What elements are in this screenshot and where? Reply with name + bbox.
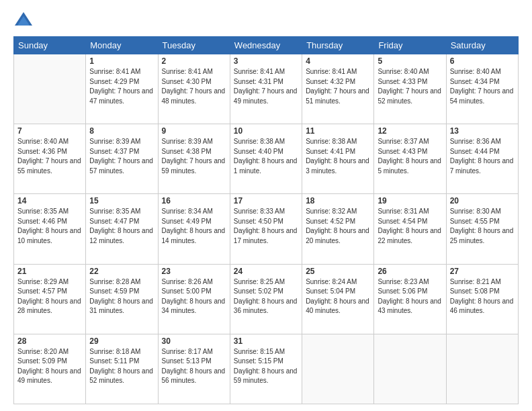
calendar-cell: 21Sunrise: 8:29 AM Sunset: 4:57 PM Dayli…: [14, 264, 86, 334]
calendar-cell: 9Sunrise: 8:39 AM Sunset: 4:38 PM Daylig…: [158, 124, 230, 194]
calendar-cell: 26Sunrise: 8:23 AM Sunset: 5:06 PM Dayli…: [374, 264, 446, 334]
day-info: Sunrise: 8:40 AM Sunset: 4:34 PM Dayligh…: [450, 67, 515, 106]
calendar-cell: 27Sunrise: 8:21 AM Sunset: 5:08 PM Dayli…: [446, 264, 518, 334]
calendar-cell: 8Sunrise: 8:39 AM Sunset: 4:37 PM Daylig…: [86, 124, 158, 194]
day-number: 20: [450, 196, 515, 205]
logo-icon: [13, 11, 34, 31]
day-info: Sunrise: 8:34 AM Sunset: 4:49 PM Dayligh…: [162, 207, 226, 246]
day-number: 21: [17, 267, 82, 276]
day-number: 13: [450, 126, 515, 136]
day-number: 25: [306, 267, 370, 276]
day-number: 19: [378, 196, 442, 205]
day-info: Sunrise: 8:40 AM Sunset: 4:33 PM Dayligh…: [378, 67, 442, 106]
day-info: Sunrise: 8:29 AM Sunset: 4:57 PM Dayligh…: [17, 277, 82, 316]
calendar-cell: 24Sunrise: 8:25 AM Sunset: 5:02 PM Dayli…: [230, 264, 302, 334]
day-number: 22: [89, 267, 154, 276]
day-number: 24: [234, 267, 298, 276]
calendar-week-row: 7Sunrise: 8:40 AM Sunset: 4:36 PM Daylig…: [14, 124, 519, 194]
day-number: 8: [89, 126, 154, 136]
header: [13, 11, 519, 31]
calendar-cell: 31Sunrise: 8:15 AM Sunset: 5:15 PM Dayli…: [230, 334, 302, 404]
day-info: Sunrise: 8:20 AM Sunset: 5:09 PM Dayligh…: [17, 347, 82, 386]
calendar-cell: 5Sunrise: 8:40 AM Sunset: 4:33 PM Daylig…: [374, 54, 446, 124]
weekday-header-cell: Tuesday: [158, 37, 230, 54]
day-number: 4: [306, 56, 370, 66]
day-number: 17: [234, 196, 298, 205]
page: SundayMondayTuesdayWednesdayThursdayFrid…: [0, 0, 532, 411]
weekday-header-cell: Sunday: [14, 37, 86, 54]
day-info: Sunrise: 8:41 AM Sunset: 4:31 PM Dayligh…: [234, 67, 298, 106]
day-info: Sunrise: 8:28 AM Sunset: 4:59 PM Dayligh…: [89, 277, 154, 316]
weekday-header: SundayMondayTuesdayWednesdayThursdayFrid…: [14, 37, 519, 54]
day-info: Sunrise: 8:21 AM Sunset: 5:08 PM Dayligh…: [450, 277, 515, 316]
calendar-cell: 3Sunrise: 8:41 AM Sunset: 4:31 PM Daylig…: [230, 54, 302, 124]
day-number: 15: [89, 196, 154, 205]
day-info: Sunrise: 8:41 AM Sunset: 4:30 PM Dayligh…: [162, 67, 226, 106]
calendar-cell: 29Sunrise: 8:18 AM Sunset: 5:11 PM Dayli…: [86, 334, 158, 404]
calendar-cell: 6Sunrise: 8:40 AM Sunset: 4:34 PM Daylig…: [446, 54, 518, 124]
day-info: Sunrise: 8:38 AM Sunset: 4:41 PM Dayligh…: [306, 137, 370, 176]
calendar-cell: 20Sunrise: 8:30 AM Sunset: 4:55 PM Dayli…: [446, 194, 518, 264]
calendar-cell: 19Sunrise: 8:31 AM Sunset: 4:54 PM Dayli…: [374, 194, 446, 264]
calendar-cell: 18Sunrise: 8:32 AM Sunset: 4:52 PM Dayli…: [302, 194, 374, 264]
day-info: Sunrise: 8:31 AM Sunset: 4:54 PM Dayligh…: [378, 207, 442, 246]
day-number: 30: [162, 336, 226, 346]
calendar-cell: 28Sunrise: 8:20 AM Sunset: 5:09 PM Dayli…: [14, 334, 86, 404]
day-number: 18: [306, 196, 370, 205]
day-info: Sunrise: 8:18 AM Sunset: 5:11 PM Dayligh…: [89, 347, 154, 386]
day-info: Sunrise: 8:38 AM Sunset: 4:40 PM Dayligh…: [234, 137, 298, 176]
weekday-header-cell: Thursday: [302, 37, 374, 54]
calendar-cell: 22Sunrise: 8:28 AM Sunset: 4:59 PM Dayli…: [86, 264, 158, 334]
day-info: Sunrise: 8:24 AM Sunset: 5:04 PM Dayligh…: [306, 277, 370, 316]
day-number: 26: [378, 267, 442, 276]
calendar-table: SundayMondayTuesdayWednesdayThursdayFrid…: [13, 36, 519, 404]
day-info: Sunrise: 8:17 AM Sunset: 5:13 PM Dayligh…: [162, 347, 226, 386]
day-info: Sunrise: 8:37 AM Sunset: 4:43 PM Dayligh…: [378, 137, 442, 176]
calendar-cell: 23Sunrise: 8:26 AM Sunset: 5:00 PM Dayli…: [158, 264, 230, 334]
calendar-cell: 7Sunrise: 8:40 AM Sunset: 4:36 PM Daylig…: [14, 124, 86, 194]
day-number: 3: [234, 56, 298, 66]
calendar-cell: [446, 334, 518, 404]
day-info: Sunrise: 8:41 AM Sunset: 4:32 PM Dayligh…: [306, 67, 370, 106]
day-info: Sunrise: 8:26 AM Sunset: 5:00 PM Dayligh…: [162, 277, 226, 316]
day-info: Sunrise: 8:41 AM Sunset: 4:29 PM Dayligh…: [89, 67, 154, 106]
day-info: Sunrise: 8:25 AM Sunset: 5:02 PM Dayligh…: [234, 277, 298, 316]
calendar-cell: 13Sunrise: 8:36 AM Sunset: 4:44 PM Dayli…: [446, 124, 518, 194]
calendar-cell: 17Sunrise: 8:33 AM Sunset: 4:50 PM Dayli…: [230, 194, 302, 264]
day-number: 6: [450, 56, 515, 66]
day-info: Sunrise: 8:35 AM Sunset: 4:47 PM Dayligh…: [89, 207, 154, 246]
calendar-cell: 16Sunrise: 8:34 AM Sunset: 4:49 PM Dayli…: [158, 194, 230, 264]
day-number: 9: [162, 126, 226, 136]
day-number: 31: [234, 336, 298, 346]
day-info: Sunrise: 8:36 AM Sunset: 4:44 PM Dayligh…: [450, 137, 515, 176]
weekday-header-cell: Friday: [374, 37, 446, 54]
day-number: 2: [162, 56, 226, 66]
day-info: Sunrise: 8:23 AM Sunset: 5:06 PM Dayligh…: [378, 277, 442, 316]
weekday-header-cell: Saturday: [446, 37, 518, 54]
calendar-cell: [302, 334, 374, 404]
calendar-week-row: 14Sunrise: 8:35 AM Sunset: 4:46 PM Dayli…: [14, 194, 519, 264]
day-number: 28: [17, 336, 82, 346]
calendar-cell: 11Sunrise: 8:38 AM Sunset: 4:41 PM Dayli…: [302, 124, 374, 194]
weekday-header-cell: Monday: [86, 37, 158, 54]
day-number: 11: [306, 126, 370, 136]
calendar-cell: 2Sunrise: 8:41 AM Sunset: 4:30 PM Daylig…: [158, 54, 230, 124]
logo: [13, 11, 36, 31]
calendar-cell: 25Sunrise: 8:24 AM Sunset: 5:04 PM Dayli…: [302, 264, 374, 334]
day-number: 1: [89, 56, 154, 66]
day-info: Sunrise: 8:39 AM Sunset: 4:38 PM Dayligh…: [162, 137, 226, 176]
calendar-cell: [14, 54, 86, 124]
calendar-cell: 10Sunrise: 8:38 AM Sunset: 4:40 PM Dayli…: [230, 124, 302, 194]
day-info: Sunrise: 8:39 AM Sunset: 4:37 PM Dayligh…: [89, 137, 154, 176]
day-info: Sunrise: 8:32 AM Sunset: 4:52 PM Dayligh…: [306, 207, 370, 246]
day-info: Sunrise: 8:15 AM Sunset: 5:15 PM Dayligh…: [234, 347, 298, 386]
day-info: Sunrise: 8:40 AM Sunset: 4:36 PM Dayligh…: [17, 137, 82, 176]
calendar-cell: 12Sunrise: 8:37 AM Sunset: 4:43 PM Dayli…: [374, 124, 446, 194]
calendar-body: 1Sunrise: 8:41 AM Sunset: 4:29 PM Daylig…: [14, 54, 519, 404]
day-number: 16: [162, 196, 226, 205]
day-info: Sunrise: 8:30 AM Sunset: 4:55 PM Dayligh…: [450, 207, 515, 246]
day-number: 12: [378, 126, 442, 136]
calendar-cell: 15Sunrise: 8:35 AM Sunset: 4:47 PM Dayli…: [86, 194, 158, 264]
calendar-week-row: 28Sunrise: 8:20 AM Sunset: 5:09 PM Dayli…: [14, 334, 519, 404]
day-number: 29: [89, 336, 154, 346]
